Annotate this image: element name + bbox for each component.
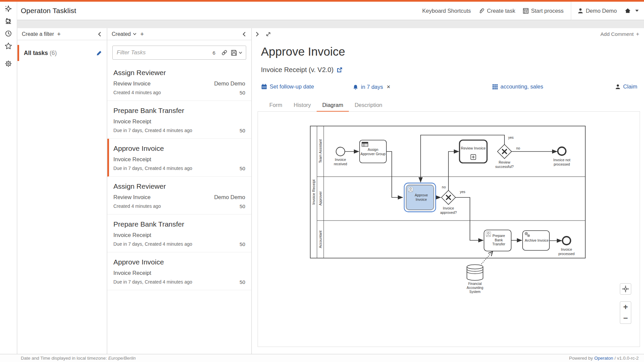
task-action-row: Set follow-up date in 7 days × accountin… [252,83,644,92]
home-menu[interactable] [624,7,639,14]
task-assign-approver-group[interactable]: AssignApprover Group [360,140,386,163]
task-priority: 50 [239,128,245,133]
copy-link-button[interactable] [221,49,228,56]
calendar-icon [261,83,267,90]
groups-link[interactable]: accounting, sales [492,83,543,90]
reset-view-button[interactable] [620,283,631,295]
task-list-item[interactable]: Prepare Bank Transfer Invoice Receipt Du… [107,215,251,252]
grid-icon [492,84,498,90]
add-sort-button[interactable]: + [140,31,144,37]
task-archive-invoice[interactable]: Archive Invoice [523,231,549,250]
zoom-out-button[interactable]: − [620,312,631,324]
detail-tabs: Form History Diagram Description [258,100,640,112]
version-label: / v1.0.0-rc-2 [614,356,639,361]
pool-label: Invoice Receipt [312,179,316,204]
external-link-icon[interactable] [336,67,343,73]
save-filter-button[interactable] [230,49,243,56]
user-task-icon [408,187,413,192]
task-priority: 50 [239,203,245,209]
chevron-down-icon [635,10,639,12]
reminder-text[interactable]: in 7 days [361,84,383,90]
remove-reminder-button[interactable]: × [387,83,390,90]
task-approve-invoice-current[interactable]: ApproveInvoice [404,183,436,212]
keyboard-shortcuts-link[interactable]: Keyboard Shortcuts [422,8,471,14]
task-prepare-bank-transfer[interactable]: PrepareBankTransfer [484,230,511,251]
task-list-item[interactable]: Assign Reviewer Review InvoiceDemo Demo … [107,63,251,101]
flow-label-no: no [516,146,520,150]
chevron-left-icon[interactable] [241,31,247,37]
start-process-button[interactable]: Start process [523,8,564,14]
task-search-area: 6 [107,40,251,63]
app-title: Operaton Tasklist [21,7,76,15]
left-icon-rail [0,2,17,354]
tab-diagram[interactable]: Diagram [317,100,349,112]
header-actions: Keyboard Shortcuts Create task Start pro… [422,2,644,20]
timezone-label: Date and Time displayed in local timezon… [21,356,107,361]
robot-icon[interactable] [5,17,12,25]
tab-form[interactable]: Form [264,100,288,112]
claim-button[interactable]: Claim [615,83,637,90]
chevron-left-icon[interactable] [97,31,102,37]
svg-text:Review Invoice: Review Invoice [461,146,486,150]
home-icon [624,7,631,14]
svg-text:ApproveInvoice: ApproveInvoice [415,193,428,201]
task-list-item[interactable]: Assign Reviewer Review InvoiceDemo Demo … [107,177,251,215]
save-icon [230,49,237,56]
header-divider [571,2,571,20]
svg-text:Invoicereceived: Invoicereceived [334,158,347,166]
lane-label: Approver [318,191,322,205]
user-menu[interactable]: Demo Demo [577,8,617,14]
task-detail-panel: Add Comment+ Approve Invoice Invoice Rec… [252,28,644,354]
task-detail-header-bar: Add Comment+ [252,28,644,40]
call-activity-review-invoice[interactable]: Review Invoice [460,140,487,163]
user-icon [577,8,584,14]
task-list-item[interactable]: Approve Invoice Invoice Receipt Due in 7… [107,252,251,290]
diagram-viewport[interactable]: Invoice Receipt Team Assistant Approver … [258,112,640,347]
brand-link[interactable]: Operaton [594,356,613,361]
task-list-item[interactable]: Prepare Bank Transfer Invoice Receipt Du… [107,101,251,139]
zoom-in-button[interactable]: + [620,301,631,313]
svg-text:FinancialAccountingSystem: FinancialAccountingSystem [467,282,483,294]
sort-dropdown[interactable]: Created [112,31,137,37]
bell-icon [353,84,359,90]
task-list: Assign Reviewer Review InvoiceDemo Demo … [107,63,251,354]
star-icon[interactable] [5,42,12,50]
chevron-down-icon [132,32,137,37]
user-task-icon [486,232,491,237]
footer: Date and Time displayed in local timezon… [0,354,644,362]
datastore-financial-accounting-system[interactable]: FinancialAccountingSystem [467,265,483,294]
flow-label-yes: yes [460,190,465,194]
flow-label-no: no [442,185,446,189]
task-list-item-selected[interactable]: Approve Invoice Invoice Receipt Due in 7… [107,139,251,177]
tasklist-panel-header: Created + [107,28,251,40]
user-icon [615,84,621,90]
collapse-panel-button[interactable] [255,31,260,37]
due-reminder: in 7 days × [353,83,390,90]
set-followup-date-button[interactable]: Set follow-up date [261,83,314,90]
filter-item-all-tasks[interactable]: All tasks (6) [17,45,107,61]
maximize-panel-button[interactable] [265,31,271,37]
clock-icon[interactable] [5,30,12,37]
svg-text:Archive Invoice: Archive Invoice [525,238,548,242]
chevron-down-icon [238,51,243,55]
link-icon [221,49,228,56]
filter-panel-header: Create a filter + [17,28,107,40]
tab-history[interactable]: History [288,100,317,112]
lane-label: Team Assistant [318,139,322,163]
task-priority: 50 [239,279,245,285]
create-task-button[interactable]: Create task [478,7,515,14]
gear-icon[interactable] [5,60,12,67]
tab-description[interactable]: Description [349,100,388,112]
task-priority: 50 [239,166,245,171]
create-filter-label[interactable]: Create a filter [22,31,54,37]
pencil-icon[interactable] [96,50,102,56]
add-filter-button[interactable]: + [57,31,61,37]
task-count: 6 [213,50,215,56]
search-input[interactable] [117,49,211,56]
chevron-right-icon [255,31,260,37]
timezone-value: Europe/Berlin [108,356,136,361]
sparkle-icon[interactable] [5,5,12,12]
add-comment-button[interactable]: Add Comment+ [600,31,639,37]
tasklist-panel: Created + 6 [107,28,252,354]
operaton-tasklist-app: Operaton Tasklist Keyboard Shortcuts Cre… [0,0,644,362]
